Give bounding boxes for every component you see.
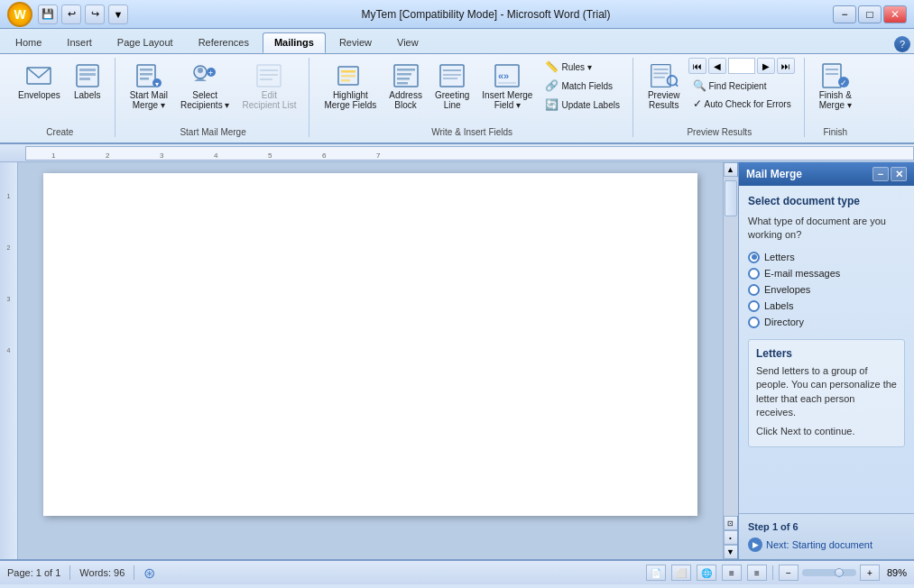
match-fields-icon: 🔗 <box>545 79 559 92</box>
select-recipients-icon: + <box>190 61 219 90</box>
zoom-thumb[interactable] <box>835 568 844 577</box>
select-recipients-label: SelectRecipients ▾ <box>180 90 229 110</box>
full-screen-button[interactable]: ⬜ <box>671 565 691 581</box>
last-record-button[interactable]: ⏭ <box>777 58 795 74</box>
mm-section-title: Select document type <box>748 195 905 207</box>
svg-rect-17 <box>260 74 278 76</box>
mail-merge-body: Select document type What type of docume… <box>739 186 914 513</box>
scroll-extra-2[interactable]: • <box>724 530 738 545</box>
radio-labels[interactable]: Labels <box>748 300 905 312</box>
zoom-section: − + 89% <box>779 565 907 581</box>
tab-insert[interactable]: Insert <box>55 32 104 53</box>
ribbon-group-preview-results: PreviewResults ⏮ ◀ ▶ ⏭ 🔍 Find Recipient <box>635 58 805 137</box>
quick-access-toolbar: 💾 ↩ ↪ ▼ <box>38 5 128 24</box>
tab-review[interactable]: Review <box>328 32 383 53</box>
help-button[interactable]: ? <box>894 36 910 52</box>
envelopes-button[interactable]: Envelopes <box>13 58 66 104</box>
radio-directory[interactable]: Directory <box>748 317 905 328</box>
record-number-input[interactable] <box>728 58 755 74</box>
radio-letters[interactable]: Letters <box>748 252 905 263</box>
scroll-track[interactable] <box>724 177 738 516</box>
start-mail-merge-button[interactable]: ▾ Start MailMerge ▾ <box>125 58 173 114</box>
preview-nav: ⏮ ◀ ▶ ⏭ 🔍 Find Recipient ✓ Auto C <box>688 58 797 113</box>
ribbon-group-create: Envelopes Labels Create <box>5 58 115 137</box>
tab-view[interactable]: View <box>385 32 430 53</box>
ribbon-tabs: Home Insert Page Layout References Maili… <box>0 29 914 53</box>
select-recipients-button[interactable]: + SelectRecipients ▾ <box>175 58 235 114</box>
maximize-button[interactable]: □ <box>858 5 882 23</box>
mm-next-button[interactable]: ▶ Next: Starting document <box>748 537 905 552</box>
close-button[interactable]: ✕ <box>883 5 907 23</box>
edit-recipient-list-button[interactable]: EditRecipient List <box>236 58 301 114</box>
scroll-thumb[interactable] <box>725 180 737 216</box>
next-record-button[interactable]: ▶ <box>757 58 775 74</box>
address-block-button[interactable]: AddressBlock <box>383 58 428 114</box>
window-controls: − □ ✕ <box>833 5 907 23</box>
insert-merge-field-button[interactable]: «» Insert MergeField ▾ <box>476 58 538 114</box>
svg-rect-30 <box>443 74 461 76</box>
preview-results-button[interactable]: PreviewResults <box>642 58 686 114</box>
spell-check-icon[interactable]: ⊛ <box>143 565 155 582</box>
labels-button[interactable]: Labels <box>68 58 107 104</box>
page-status: Page: 1 of 1 <box>7 567 60 578</box>
radio-labels-label: Labels <box>764 300 793 311</box>
address-block-label: AddressBlock <box>389 90 422 110</box>
ribbon-content: Envelopes Labels Create <box>0 53 914 142</box>
tab-home[interactable]: Home <box>4 32 53 53</box>
tab-references[interactable]: References <box>187 32 261 53</box>
preview-results-icon <box>650 61 679 90</box>
draft-button[interactable]: ≡ <box>747 565 767 581</box>
finish-merge-button[interactable]: ✓ Finish &Merge ▾ <box>814 58 857 114</box>
svg-rect-45 <box>826 73 838 75</box>
svg-rect-4 <box>79 78 90 80</box>
zoom-in-button[interactable]: + <box>860 565 880 581</box>
zoom-slider[interactable] <box>802 569 856 576</box>
first-record-button[interactable]: ⏮ <box>688 58 706 74</box>
office-button[interactable]: W <box>7 2 32 27</box>
qat-dropdown[interactable]: ▼ <box>108 5 128 24</box>
prev-record-button[interactable]: ◀ <box>708 58 726 74</box>
greeting-line-button[interactable]: GreetingLine <box>429 58 475 114</box>
ribbon-group-finish: ✓ Finish &Merge ▾ Finish <box>807 58 864 137</box>
zoom-out-button[interactable]: − <box>779 565 799 581</box>
mm-close-button[interactable]: ✕ <box>891 167 907 181</box>
radio-envelopes[interactable]: Envelopes <box>748 284 905 296</box>
svg-rect-2 <box>79 69 96 71</box>
title-bar: W 💾 ↩ ↪ ▼ MyTem [Compatibility Mode] - M… <box>0 0 914 29</box>
preview-results-content: PreviewResults ⏮ ◀ ▶ ⏭ 🔍 Find Recipient <box>642 58 797 114</box>
radio-envelopes-label: Envelopes <box>764 284 810 295</box>
redo-button[interactable]: ↪ <box>85 5 105 24</box>
undo-button[interactable]: ↩ <box>61 5 81 24</box>
auto-check-button[interactable]: ✓ Auto Check for Errors <box>688 95 797 113</box>
rules-button[interactable]: 📏 Rules ▾ <box>540 58 625 76</box>
svg-rect-27 <box>397 82 408 85</box>
tab-page-layout[interactable]: Page Layout <box>106 32 185 53</box>
match-fields-button[interactable]: 🔗 Match Fields <box>540 77 625 95</box>
envelopes-icon <box>24 61 53 90</box>
highlight-merge-fields-button[interactable]: HighlightMerge Fields <box>319 58 382 114</box>
svg-rect-16 <box>260 69 278 71</box>
update-labels-button[interactable]: 🔄 Update Labels <box>540 96 625 114</box>
insert-merge-field-icon: «» <box>493 61 522 90</box>
minimize-button[interactable]: − <box>833 5 856 23</box>
write-insert-small-buttons: 📏 Rules ▾ 🔗 Match Fields 🔄 Update Labels <box>540 58 625 114</box>
radio-letters-label: Letters <box>764 252 795 262</box>
tab-mailings[interactable]: Mailings <box>263 32 326 53</box>
scroll-up-button[interactable]: ▲ <box>724 162 738 177</box>
radio-letters-circle <box>748 252 760 263</box>
outline-button[interactable]: ≡ <box>722 565 742 581</box>
scroll-down-button[interactable]: ▼ <box>724 545 738 559</box>
save-button[interactable]: 💾 <box>38 5 58 24</box>
radio-email[interactable]: E-mail messages <box>748 268 905 280</box>
find-recipient-button[interactable]: 🔍 Find Recipient <box>688 77 797 95</box>
update-labels-label: Update Labels <box>561 100 620 110</box>
mail-merge-panel: Mail Merge − ✕ Select document type What… <box>737 162 914 559</box>
mm-continue-text: Click Next to continue. <box>756 425 897 438</box>
web-layout-button[interactable]: 🌐 <box>697 565 716 581</box>
envelopes-label: Envelopes <box>18 90 60 100</box>
mm-minimize-button[interactable]: − <box>872 167 889 181</box>
ribbon: Home Insert Page Layout References Maili… <box>0 29 914 144</box>
auto-check-label: Auto Check for Errors <box>705 99 791 109</box>
print-layout-button[interactable]: 📄 <box>646 565 666 581</box>
scroll-extra-1[interactable]: ⊡ <box>724 516 738 530</box>
